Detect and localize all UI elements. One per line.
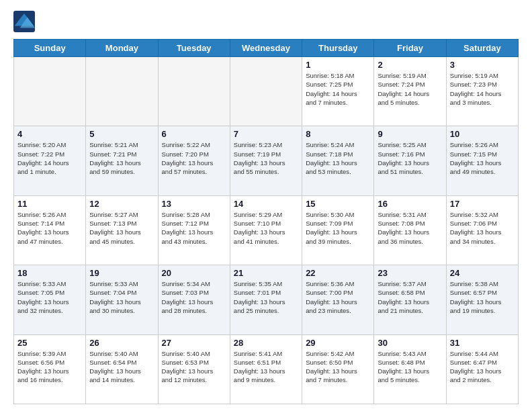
day-info: Sunrise: 5:30 AM Sunset: 7:09 PM Dayligh…: [306, 210, 370, 246]
day-number: 4: [17, 129, 82, 139]
day-number: 26: [89, 338, 154, 348]
day-number: 18: [17, 268, 82, 278]
calendar-day-30: 30Sunrise: 5:43 AM Sunset: 6:48 PM Dayli…: [374, 334, 446, 404]
page: SundayMondayTuesdayWednesdayThursdayFrid…: [0, 0, 532, 411]
logo-icon: [13, 11, 35, 32]
day-info: Sunrise: 5:38 AM Sunset: 6:57 PM Dayligh…: [450, 279, 515, 315]
day-number: 27: [162, 338, 226, 348]
day-info: Sunrise: 5:35 AM Sunset: 7:01 PM Dayligh…: [234, 279, 298, 315]
day-info: Sunrise: 5:44 AM Sunset: 6:47 PM Dayligh…: [450, 349, 515, 385]
day-number: 15: [306, 199, 370, 209]
weekday-header-row: SundayMondayTuesdayWednesdayThursdayFrid…: [14, 40, 519, 57]
day-info: Sunrise: 5:25 AM Sunset: 7:16 PM Dayligh…: [378, 140, 442, 176]
day-info: Sunrise: 5:27 AM Sunset: 7:13 PM Dayligh…: [89, 210, 154, 246]
day-number: 7: [234, 129, 298, 139]
day-info: Sunrise: 5:26 AM Sunset: 7:14 PM Dayligh…: [17, 210, 82, 246]
day-number: 20: [162, 268, 226, 278]
calendar-day-5: 5Sunrise: 5:21 AM Sunset: 7:21 PM Daylig…: [86, 126, 158, 195]
day-info: Sunrise: 5:43 AM Sunset: 6:48 PM Dayligh…: [378, 349, 442, 385]
calendar-day-7: 7Sunrise: 5:23 AM Sunset: 7:19 PM Daylig…: [230, 126, 302, 195]
day-info: Sunrise: 5:26 AM Sunset: 7:15 PM Dayligh…: [450, 140, 515, 176]
day-number: 30: [378, 338, 442, 348]
calendar-day-16: 16Sunrise: 5:31 AM Sunset: 7:08 PM Dayli…: [374, 195, 446, 265]
day-number: 22: [306, 268, 370, 278]
weekday-header-saturday: Saturday: [446, 40, 518, 57]
calendar-day-18: 18Sunrise: 5:33 AM Sunset: 7:05 PM Dayli…: [14, 265, 86, 334]
calendar-empty: [14, 57, 86, 126]
calendar-day-9: 9Sunrise: 5:25 AM Sunset: 7:16 PM Daylig…: [374, 126, 446, 195]
day-info: Sunrise: 5:20 AM Sunset: 7:22 PM Dayligh…: [17, 140, 82, 176]
day-info: Sunrise: 5:36 AM Sunset: 7:00 PM Dayligh…: [306, 279, 370, 315]
day-number: 16: [378, 199, 442, 209]
day-number: 25: [17, 338, 82, 348]
calendar-day-20: 20Sunrise: 5:34 AM Sunset: 7:03 PM Dayli…: [158, 265, 230, 334]
calendar-day-22: 22Sunrise: 5:36 AM Sunset: 7:00 PM Dayli…: [302, 265, 374, 334]
day-number: 23: [378, 268, 442, 278]
calendar-empty: [86, 57, 158, 126]
calendar-week-4: 18Sunrise: 5:33 AM Sunset: 7:05 PM Dayli…: [14, 265, 519, 334]
day-info: Sunrise: 5:33 AM Sunset: 7:05 PM Dayligh…: [17, 279, 82, 315]
day-number: 28: [234, 338, 298, 348]
day-info: Sunrise: 5:22 AM Sunset: 7:20 PM Dayligh…: [162, 140, 226, 176]
calendar-week-5: 25Sunrise: 5:39 AM Sunset: 6:56 PM Dayli…: [14, 334, 519, 404]
day-number: 2: [378, 60, 442, 70]
calendar-day-21: 21Sunrise: 5:35 AM Sunset: 7:01 PM Dayli…: [230, 265, 302, 334]
day-number: 24: [450, 268, 515, 278]
calendar-day-15: 15Sunrise: 5:30 AM Sunset: 7:09 PM Dayli…: [302, 195, 374, 265]
calendar-empty: [230, 57, 302, 126]
calendar-table: SundayMondayTuesdayWednesdayThursdayFrid…: [13, 39, 519, 404]
calendar-day-3: 3Sunrise: 5:19 AM Sunset: 7:23 PM Daylig…: [446, 57, 518, 126]
day-number: 8: [306, 129, 370, 139]
day-info: Sunrise: 5:23 AM Sunset: 7:19 PM Dayligh…: [234, 140, 298, 176]
day-number: 12: [89, 199, 154, 209]
weekday-header-sunday: Sunday: [14, 40, 86, 57]
day-info: Sunrise: 5:33 AM Sunset: 7:04 PM Dayligh…: [89, 279, 154, 315]
weekday-header-tuesday: Tuesday: [158, 40, 230, 57]
day-number: 21: [234, 268, 298, 278]
weekday-header-wednesday: Wednesday: [230, 40, 302, 57]
day-info: Sunrise: 5:28 AM Sunset: 7:12 PM Dayligh…: [162, 210, 226, 246]
day-info: Sunrise: 5:32 AM Sunset: 7:06 PM Dayligh…: [450, 210, 515, 246]
calendar-day-13: 13Sunrise: 5:28 AM Sunset: 7:12 PM Dayli…: [158, 195, 230, 265]
day-number: 29: [306, 338, 370, 348]
day-number: 5: [89, 129, 154, 139]
calendar-day-8: 8Sunrise: 5:24 AM Sunset: 7:18 PM Daylig…: [302, 126, 374, 195]
day-info: Sunrise: 5:18 AM Sunset: 7:25 PM Dayligh…: [306, 71, 370, 107]
day-number: 13: [162, 199, 226, 209]
weekday-header-monday: Monday: [86, 40, 158, 57]
calendar-day-12: 12Sunrise: 5:27 AM Sunset: 7:13 PM Dayli…: [86, 195, 158, 265]
day-info: Sunrise: 5:19 AM Sunset: 7:23 PM Dayligh…: [450, 71, 515, 107]
day-number: 19: [89, 268, 154, 278]
day-number: 3: [450, 60, 515, 70]
calendar-day-4: 4Sunrise: 5:20 AM Sunset: 7:22 PM Daylig…: [14, 126, 86, 195]
calendar-day-29: 29Sunrise: 5:42 AM Sunset: 6:50 PM Dayli…: [302, 334, 374, 404]
day-info: Sunrise: 5:37 AM Sunset: 6:58 PM Dayligh…: [378, 279, 442, 315]
day-number: 31: [450, 338, 515, 348]
day-info: Sunrise: 5:21 AM Sunset: 7:21 PM Dayligh…: [89, 140, 154, 176]
calendar-day-31: 31Sunrise: 5:44 AM Sunset: 6:47 PM Dayli…: [446, 334, 518, 404]
calendar-day-1: 1Sunrise: 5:18 AM Sunset: 7:25 PM Daylig…: [302, 57, 374, 126]
calendar-day-14: 14Sunrise: 5:29 AM Sunset: 7:10 PM Dayli…: [230, 195, 302, 265]
day-number: 17: [450, 199, 515, 209]
calendar-day-17: 17Sunrise: 5:32 AM Sunset: 7:06 PM Dayli…: [446, 195, 518, 265]
day-info: Sunrise: 5:40 AM Sunset: 6:54 PM Dayligh…: [89, 349, 154, 385]
calendar-day-25: 25Sunrise: 5:39 AM Sunset: 6:56 PM Dayli…: [14, 334, 86, 404]
day-info: Sunrise: 5:41 AM Sunset: 6:51 PM Dayligh…: [234, 349, 298, 385]
calendar-day-11: 11Sunrise: 5:26 AM Sunset: 7:14 PM Dayli…: [14, 195, 86, 265]
calendar-day-6: 6Sunrise: 5:22 AM Sunset: 7:20 PM Daylig…: [158, 126, 230, 195]
calendar-day-26: 26Sunrise: 5:40 AM Sunset: 6:54 PM Dayli…: [86, 334, 158, 404]
day-number: 9: [378, 129, 442, 139]
day-number: 6: [162, 129, 226, 139]
day-info: Sunrise: 5:19 AM Sunset: 7:24 PM Dayligh…: [378, 71, 442, 107]
calendar-day-27: 27Sunrise: 5:40 AM Sunset: 6:53 PM Dayli…: [158, 334, 230, 404]
day-info: Sunrise: 5:29 AM Sunset: 7:10 PM Dayligh…: [234, 210, 298, 246]
day-number: 14: [234, 199, 298, 209]
calendar-week-1: 1Sunrise: 5:18 AM Sunset: 7:25 PM Daylig…: [14, 57, 519, 126]
weekday-header-friday: Friday: [374, 40, 446, 57]
logo: [13, 11, 38, 32]
day-info: Sunrise: 5:39 AM Sunset: 6:56 PM Dayligh…: [17, 349, 82, 385]
day-number: 11: [17, 199, 82, 209]
calendar-empty: [158, 57, 230, 126]
day-info: Sunrise: 5:24 AM Sunset: 7:18 PM Dayligh…: [306, 140, 370, 176]
calendar-day-24: 24Sunrise: 5:38 AM Sunset: 6:57 PM Dayli…: [446, 265, 518, 334]
